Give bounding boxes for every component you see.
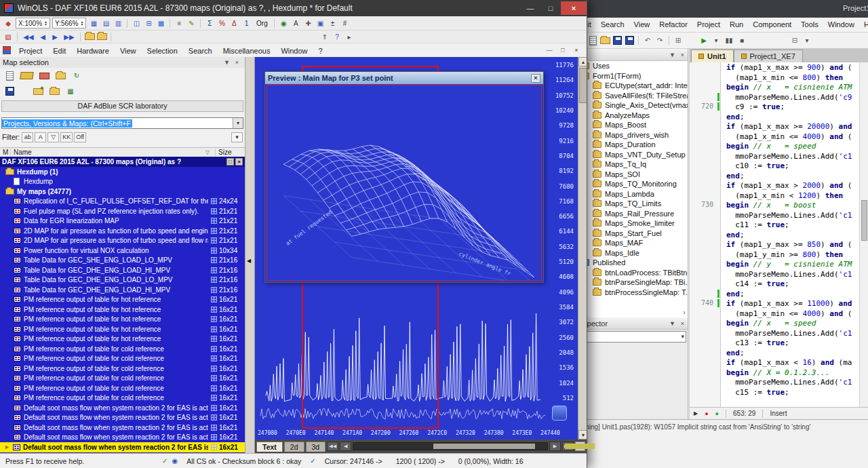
menu-item--[interactable]: ? bbox=[313, 45, 328, 56]
one-icon[interactable]: 1 bbox=[241, 18, 252, 28]
map-row[interactable]: PM reference output of table for cold re… bbox=[0, 393, 245, 404]
map-row[interactable]: Default soot mass flow when system react… bbox=[0, 433, 245, 443]
projects-versions-combo[interactable]: Projects, Versions & Maps: (Ctrl+Shift+F… bbox=[1, 117, 243, 129]
cross-icon[interactable]: ✚ bbox=[302, 18, 313, 28]
compiler-message[interactable]: [DCC Warning] Unit1.pas(1928): W1057 Imp… bbox=[549, 420, 868, 431]
column-m[interactable]: M bbox=[0, 149, 11, 156]
zoom-y-control[interactable]: Y:566% ▲▼ bbox=[52, 18, 86, 28]
folder2-icon[interactable] bbox=[96, 32, 107, 42]
next-icon[interactable]: ▶ bbox=[50, 32, 60, 42]
map-row[interactable]: 2D MAP for air pressure as function of t… bbox=[0, 236, 245, 246]
table2-icon[interactable]: ⊞ bbox=[143, 18, 154, 28]
collapse-arrow-icon[interactable]: ◀ bbox=[247, 258, 251, 264]
map-row[interactable]: Table Data for GEC_DHE_ENG_LOAD_HI_MPV21… bbox=[0, 285, 245, 295]
minimize-button[interactable]: — bbox=[520, 1, 540, 15]
map-row[interactable]: PM reference output of table for cold re… bbox=[0, 374, 245, 384]
menu-item-help[interactable]: Help bbox=[859, 18, 868, 31]
combo-dropdown-button[interactable]: ▾ bbox=[233, 118, 243, 128]
map-row[interactable]: PM reference output of table for hot ref… bbox=[0, 295, 245, 305]
refresh-icon[interactable]: ↻ bbox=[71, 71, 82, 81]
folder-plus-icon[interactable] bbox=[33, 86, 43, 96]
view-tab-text[interactable]: Text bbox=[256, 442, 283, 452]
close-button[interactable]: × bbox=[561, 1, 587, 15]
editor-vscrollbar[interactable] bbox=[859, 62, 868, 407]
column-size[interactable]: Size bbox=[215, 149, 245, 156]
map-row[interactable]: Fuel pulse map (SL and PZ reference inje… bbox=[0, 206, 245, 216]
map-row[interactable]: PM reference output of table for hot ref… bbox=[0, 324, 245, 334]
new-map-icon[interactable] bbox=[4, 71, 15, 81]
map-row[interactable]: Table Data for GEC_DHE_ENG_LOAD_LO_MPV21… bbox=[0, 275, 245, 286]
menu-item-edit[interactable]: Edit bbox=[47, 45, 71, 56]
export-folder-icon[interactable] bbox=[55, 71, 66, 81]
menu-item-window[interactable]: Window bbox=[823, 18, 859, 31]
map-row[interactable]: 2D MAP for air pressure as function of t… bbox=[0, 226, 245, 236]
scroll-up-icon[interactable]: ▲ bbox=[578, 57, 587, 66]
map-row[interactable]: PM reference output of table for hot ref… bbox=[0, 334, 245, 345]
state-icon[interactable]: ● bbox=[715, 410, 719, 417]
map-row[interactable]: PM reference output of table for cold re… bbox=[0, 354, 245, 364]
open-project-icon[interactable] bbox=[20, 71, 33, 81]
filter-button-kk[interactable]: KK bbox=[60, 132, 73, 142]
org-button[interactable]: Org bbox=[253, 18, 271, 28]
winols-titlebar[interactable]: WinOLS - DAF XF106 EUR6 2015 A2L - 87300… bbox=[0, 0, 587, 16]
maps-tree[interactable]: DAF XF106 EUR6 2015 A2L - 87300 maps (Or… bbox=[0, 157, 245, 453]
preview-window[interactable]: Preview : Main Map for P3 set point × at… bbox=[264, 71, 544, 283]
grid-icon[interactable]: ▦ bbox=[88, 18, 99, 28]
grid2-icon[interactable]: ▤ bbox=[100, 18, 111, 28]
run-icon[interactable]: ▶ bbox=[698, 35, 709, 45]
map-panel-close-icon[interactable]: × bbox=[232, 58, 242, 67]
map-row[interactable]: Default soot mass flow when system react… bbox=[0, 403, 245, 413]
history-play-icon[interactable]: ▶ bbox=[694, 410, 698, 416]
map-row[interactable]: Table Data for GEC_DHE_ENG_LOAD_HI_MPV21… bbox=[0, 265, 245, 275]
new-icon[interactable] bbox=[587, 35, 598, 45]
menu-item-refactor[interactable]: Refactor bbox=[654, 18, 692, 31]
box-icon[interactable]: ▣ bbox=[315, 18, 326, 28]
panel-splitter[interactable]: ◀ bbox=[245, 57, 255, 453]
map-row[interactable]: ►Default soot mass flow when system reac… bbox=[0, 442, 245, 452]
nav-first-icon[interactable]: ◀◀ bbox=[327, 442, 338, 451]
sort-filter-icon[interactable]: ▽ bbox=[205, 149, 215, 155]
code-editor[interactable]: 720730740 if (map1_x_max >= 900) and ( (… bbox=[690, 62, 868, 407]
layout-dropdown-icon[interactable]: ▾ bbox=[802, 35, 812, 45]
menu-item-project[interactable]: Project bbox=[14, 45, 47, 56]
nav-next-icon[interactable]: ▶ bbox=[549, 442, 561, 451]
preview-titlebar[interactable]: Preview : Main Map for P3 set point × bbox=[265, 72, 543, 84]
help-icon[interactable]: ? bbox=[332, 32, 342, 42]
chart-icon[interactable]: ▩ bbox=[155, 18, 166, 28]
plusminus-icon[interactable]: ± bbox=[327, 18, 338, 28]
edit-icon[interactable]: ✎ bbox=[186, 18, 197, 28]
zoom-x-control[interactable]: X:100% ▲▼ bbox=[16, 18, 50, 28]
up-icon[interactable]: ⇑ bbox=[319, 32, 330, 42]
scroll-down-icon[interactable]: ▼ bbox=[578, 430, 587, 440]
list-icon[interactable]: ≡ bbox=[174, 18, 184, 28]
grid3-icon[interactable]: ▥ bbox=[113, 18, 123, 28]
record-icon[interactable]: ● bbox=[705, 410, 708, 417]
menu-item-selection[interactable]: Selection bbox=[142, 45, 183, 56]
map-navigator-button[interactable] bbox=[552, 406, 567, 421]
last-icon[interactable]: ▶▶ bbox=[62, 32, 77, 42]
map-row[interactable]: PM reference output of table for cold re… bbox=[0, 364, 245, 374]
map-row[interactable]: PM reference output of table for cold re… bbox=[0, 344, 245, 354]
map-row[interactable]: PM reference output of table for hot ref… bbox=[0, 305, 245, 315]
filter-button-off[interactable]: Off bbox=[74, 132, 86, 142]
menu-item-project[interactable]: Project bbox=[692, 18, 725, 31]
filter-button-▽[interactable]: ▽ bbox=[47, 132, 59, 142]
hscroll-thumb[interactable] bbox=[433, 444, 535, 449]
mdi-minimize-icon[interactable]: — bbox=[545, 47, 554, 54]
run-dropdown-icon[interactable]: ▾ bbox=[711, 35, 722, 45]
layout-icon[interactable]: ⊟ bbox=[789, 35, 800, 45]
laboratory-button[interactable]: DAF AdBlue SCR laboratory bbox=[1, 100, 243, 112]
hash-icon[interactable]: # bbox=[339, 18, 350, 28]
percent-icon[interactable]: % bbox=[216, 18, 227, 28]
menu-item-run[interactable]: Run bbox=[725, 18, 748, 31]
view-tab-2d[interactable]: 2d bbox=[284, 442, 304, 452]
code-text[interactable]: if (map1_x_max >= 900) and ( (map1_x_min… bbox=[721, 62, 859, 407]
redo-icon[interactable]: ↷ bbox=[654, 35, 665, 45]
preview-3d-plot[interactable]: at fuel requestedcylinder angle fr bbox=[267, 85, 542, 281]
target-icon[interactable]: ◉ bbox=[278, 18, 289, 28]
save-icon[interactable] bbox=[612, 35, 623, 45]
map-row[interactable]: Table Data for GEC_SHE_ENG_LOAD_LO_MPV21… bbox=[0, 256, 245, 266]
menu-item-view[interactable]: View bbox=[629, 18, 655, 31]
filter-dropdown-button[interactable]: ▾ bbox=[231, 132, 243, 142]
ide-titlebar[interactable]: Project1_XE7 bbox=[549, 0, 868, 18]
